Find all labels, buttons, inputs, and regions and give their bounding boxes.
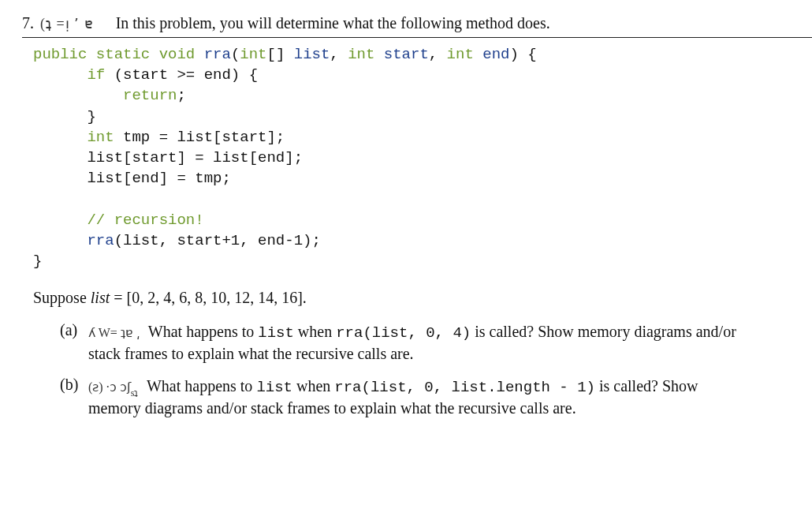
tok: int	[87, 129, 114, 146]
tok: int	[348, 46, 374, 63]
header-rule	[22, 37, 812, 38]
part-a-body: ʎ W= ʇɐ ͵ What happens to list when rra(…	[88, 321, 751, 364]
tok: []	[267, 46, 285, 63]
part-b-t2: when	[292, 377, 334, 395]
tok: list[end] = tmp;	[87, 170, 230, 187]
tok: (	[231, 46, 240, 63]
tok: rra	[87, 232, 114, 249]
parts-list: (a) ʎ W= ʇɐ ͵ What happens to list when …	[60, 321, 812, 418]
part-a-m2: rra(list, 0, 4)	[336, 324, 471, 342]
header-artifact: (ʇ =ᴉ ʼ ɐ	[40, 15, 94, 32]
part-b: (b) (ƨ) ·ɔ ɔʃѕʇ What happens to list whe…	[60, 376, 812, 418]
part-a-artifact: ʎ W= ʇɐ ͵	[88, 326, 140, 339]
part-a-t1: What happens to	[148, 323, 258, 340]
problem-intro: In this problem, you will determine what…	[116, 14, 550, 32]
tok: list	[294, 46, 330, 63]
tok: int	[240, 46, 266, 63]
part-b-artifact-sub: ѕʇ	[131, 387, 139, 398]
part-a-t2: when	[294, 323, 336, 340]
part-b-label: (b)	[60, 376, 88, 394]
tok: public	[33, 46, 87, 63]
tok: ,	[429, 46, 447, 63]
code-block: public static void rra(int[] list, int s…	[33, 44, 812, 271]
tok: }	[87, 108, 95, 125]
tok: if	[87, 66, 105, 84]
part-b-body: (ƨ) ·ɔ ɔʃѕʇ What happens to list when rr…	[88, 376, 751, 418]
problem-number: 7.	[22, 14, 34, 32]
suppose-eq: = [0, 2, 4, 6, 8, 10, 12, 14, 16].	[110, 289, 307, 306]
part-b-artifact-main: (ƨ) ·ɔ ɔʃ	[88, 380, 131, 394]
tok: int	[447, 46, 474, 63]
tok: ;	[177, 87, 185, 104]
problem-header: 7. (ʇ =ᴉ ʼ ɐ In this problem, you will d…	[22, 14, 812, 32]
tok: ) {	[509, 46, 536, 63]
part-b-t1: What happens to	[147, 377, 256, 395]
part-b-m1: list	[256, 379, 292, 396]
part-b-artifact: (ƨ) ·ɔ ɔʃѕʇ	[88, 380, 138, 394]
tok: (start >= end) {	[105, 66, 258, 84]
suppose-line: Suppose list = [0, 2, 4, 6, 8, 10, 12, 1…	[33, 289, 812, 307]
tok: }	[33, 253, 42, 270]
tok: static	[96, 46, 150, 63]
tok: list[start] = list[end];	[87, 149, 303, 166]
part-b-m2: rra(list, 0, list.length - 1)	[334, 379, 595, 396]
tok: void	[159, 46, 196, 63]
tok: rra	[204, 46, 231, 63]
part-a-label: (a)	[60, 321, 88, 339]
tok: start	[384, 46, 429, 63]
tok: (list, start+1, end-1);	[114, 232, 321, 249]
suppose-var: list	[91, 289, 110, 306]
part-a: (a) ʎ W= ʇɐ ͵ What happens to list when …	[60, 321, 812, 364]
tok: return	[123, 87, 177, 104]
suppose-prefix: Suppose	[33, 289, 91, 306]
part-a-m1: list	[258, 324, 294, 342]
tok-comment: // recursion!	[87, 211, 203, 229]
tok: end	[482, 46, 509, 63]
tok: ,	[330, 46, 348, 63]
tok: tmp = list[start];	[114, 129, 285, 146]
